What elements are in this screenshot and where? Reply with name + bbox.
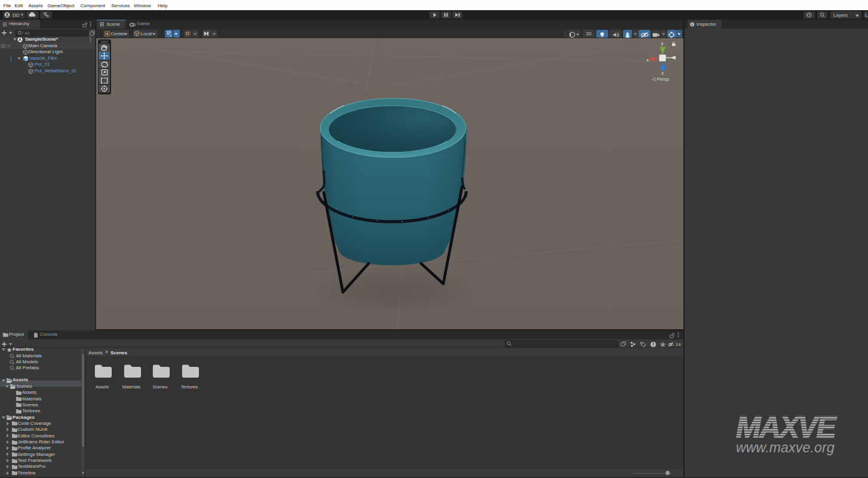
svg-text:◁ Persp: ◁ Persp xyxy=(651,76,670,82)
svg-text:y: y xyxy=(661,41,664,46)
svg-text:DD: DD xyxy=(13,13,20,18)
svg-text:z: z xyxy=(661,71,664,76)
svg-text:MAXVE: MAXVE xyxy=(736,410,837,444)
svg-text:x: x xyxy=(646,57,649,63)
